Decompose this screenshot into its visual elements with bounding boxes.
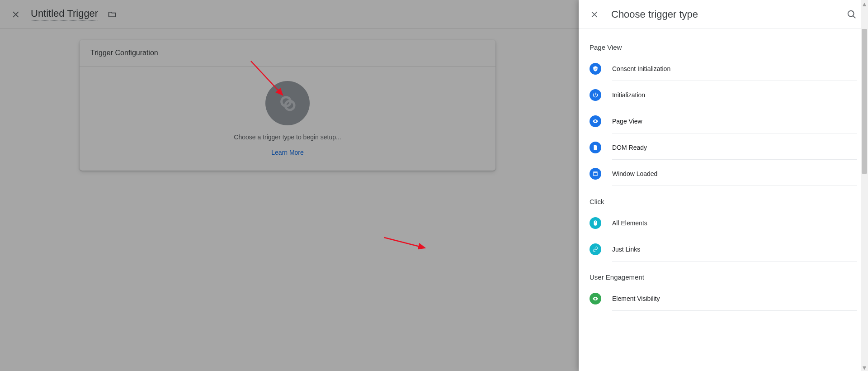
trigger-option-label: Just Links — [612, 238, 857, 262]
scrollbar-thumb[interactable] — [862, 29, 867, 174]
close-icon[interactable] — [590, 9, 600, 20]
section-label-click: Click — [590, 198, 857, 205]
trigger-option-label: Initialization — [612, 83, 857, 107]
trigger-option-window-loaded[interactable]: Window Loaded — [590, 161, 857, 187]
scroll-down-icon[interactable]: ▾ — [861, 364, 868, 371]
search-icon[interactable] — [846, 9, 857, 20]
shield-icon — [590, 63, 601, 75]
trigger-option-page-view[interactable]: Page View — [590, 108, 857, 134]
trigger-option-label: DOM Ready — [612, 136, 857, 160]
trigger-option-label: Consent Initialization — [612, 57, 857, 81]
link-icon — [590, 243, 601, 255]
trigger-option-label: Element Visibility — [612, 287, 857, 311]
panel-title: Choose trigger type — [611, 9, 835, 20]
choose-trigger-type-panel: Choose trigger type Page View Consent In… — [579, 0, 868, 371]
trigger-option-dom-ready[interactable]: DOM Ready — [590, 134, 857, 161]
trigger-option-label: All Elements — [612, 211, 857, 235]
trigger-option-all-elements[interactable]: All Elements — [590, 210, 857, 236]
section-label-user-engagement: User Engagement — [590, 273, 857, 281]
trigger-option-just-links[interactable]: Just Links — [590, 236, 857, 262]
scroll-up-icon[interactable]: ▴ — [861, 0, 868, 7]
trigger-option-element-visibility[interactable]: Element Visibility — [590, 285, 857, 312]
power-icon — [590, 89, 601, 101]
section-label-page-view: Page View — [590, 43, 857, 51]
eye-icon — [590, 293, 601, 304]
trigger-option-label: Window Loaded — [612, 162, 857, 186]
eye-icon — [590, 115, 601, 127]
mouse-icon — [590, 217, 601, 229]
trigger-option-initialization[interactable]: Initialization — [590, 82, 857, 108]
trigger-option-consent-initialization[interactable]: Consent Initialization — [590, 56, 857, 82]
frame-icon — [590, 168, 601, 180]
panel-header: Choose trigger type — [579, 0, 868, 29]
panel-body[interactable]: Page View Consent Initialization Initial… — [579, 29, 868, 371]
trigger-option-label: Page View — [612, 109, 857, 133]
doc-icon — [590, 142, 601, 153]
page-scrollbar[interactable]: ▴ ▾ — [861, 0, 868, 371]
